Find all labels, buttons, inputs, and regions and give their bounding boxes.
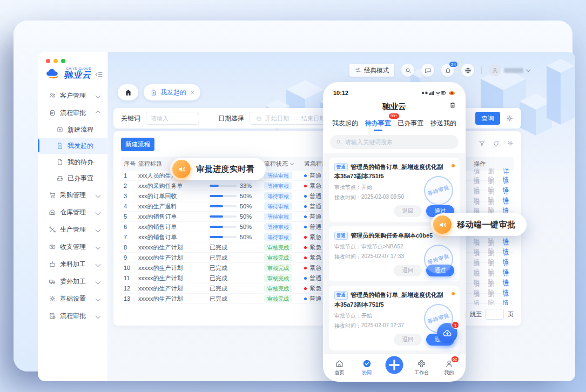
tab-my-initiated[interactable]: 我发起的 × xyxy=(144,84,200,100)
sidebar-item-label: 基础设置 xyxy=(60,294,86,303)
unread-dot xyxy=(452,292,455,295)
sidebar-item[interactable]: 仓库管理 xyxy=(38,204,107,221)
sort-caret-icon[interactable] xyxy=(290,161,294,165)
phone-tabbar: 我发起的 待办事宜 99+ 已办事宜 抄送我的 xyxy=(324,114,465,132)
phone-nav-item[interactable]: 工作台 xyxy=(410,359,434,376)
i-warehouse xyxy=(50,210,55,215)
phone-tab-label: 抄送我的 xyxy=(430,119,456,127)
urgency-dot xyxy=(304,174,307,177)
speaker-icon xyxy=(433,215,452,234)
sidebar-item[interactable]: 来料加工 xyxy=(38,255,107,273)
row-index: 1 xyxy=(121,172,138,179)
sidebar-item[interactable]: 流程审批 xyxy=(38,307,107,325)
sidebar-item[interactable]: 基础设置 xyxy=(38,290,107,307)
batch-approve-float-button[interactable]: 1 xyxy=(437,323,457,343)
delete-link[interactable]: 删除 xyxy=(488,290,499,307)
user-menu[interactable] xyxy=(489,64,530,76)
phone-tab[interactable]: 待办事宜 99+ xyxy=(365,118,391,129)
language-button[interactable] xyxy=(461,64,474,77)
filter-funnel-icon[interactable] xyxy=(479,140,486,147)
phone-nav-item[interactable]: 首页 xyxy=(327,359,351,376)
chevron-icon xyxy=(96,244,101,249)
notifications-button[interactable]: 24 xyxy=(441,64,454,77)
progress-bar xyxy=(210,236,237,238)
detail-link[interactable]: 详情 xyxy=(503,290,514,307)
new-process-button[interactable]: 新建流程 xyxy=(121,138,154,151)
column-header: 序号 xyxy=(121,160,138,168)
status-badge: 等待审核 xyxy=(264,233,292,241)
edit-link[interactable]: 编辑 xyxy=(474,290,484,307)
sidebar-item-label: 我发起的 xyxy=(68,141,93,151)
phone-tab-label: 我发起的 xyxy=(332,119,358,127)
process-title: xxxxx的生产计划 xyxy=(138,295,210,303)
chevron-icon xyxy=(96,110,101,116)
notification-badge: 24 xyxy=(449,61,458,67)
window-controls[interactable] xyxy=(46,59,65,63)
progress-label: 33% xyxy=(240,183,252,189)
status-badge: 审核完成 xyxy=(264,274,292,282)
jump-label: 跳至 xyxy=(470,310,482,319)
clear-trash-icon[interactable] xyxy=(449,102,456,109)
range-dash: — xyxy=(292,115,298,121)
phone-nav-item[interactable]: 62 我的 xyxy=(437,359,461,376)
start-date-placeholder: 开始日期 xyxy=(265,114,289,123)
minimize-window-dot[interactable] xyxy=(53,59,58,63)
urgency-label: 普通 xyxy=(309,274,321,282)
sidebar-item-label: 流程审批 xyxy=(60,312,86,321)
approval-card[interactable]: 等待审批 普通管理员的销售订单_新增速度优化副本35a73副本751f5 审批节… xyxy=(329,158,460,222)
phone-nav-item[interactable]: 协同 xyxy=(355,359,379,376)
refresh-icon[interactable] xyxy=(493,140,500,147)
close-tab-icon[interactable]: × xyxy=(191,89,194,96)
return-button[interactable]: 退回 xyxy=(394,334,422,346)
phone-tab[interactable]: 我发起的 xyxy=(332,118,358,129)
phone-search-bar[interactable] xyxy=(330,135,459,149)
sidebar-item[interactable]: 新建流程 xyxy=(38,121,107,138)
search-button[interactable] xyxy=(401,64,414,77)
phone-tab[interactable]: 抄送我的 xyxy=(430,118,456,129)
messages-button[interactable] xyxy=(421,64,434,77)
sidebar-item[interactable]: 已办事宜 xyxy=(38,170,107,186)
phone-tab-label: 待办事宜 xyxy=(365,119,391,127)
progress-bar xyxy=(210,195,237,197)
nav-count-badge: 62 xyxy=(452,356,459,362)
process-title: xxx的销售订单 xyxy=(138,213,210,221)
sidebar-item[interactable]: 采购管理 xyxy=(38,186,107,204)
filter-settings-gear-icon[interactable] xyxy=(506,114,514,123)
chevron-icon xyxy=(96,261,101,267)
progress-bar xyxy=(210,185,237,187)
sidebar-item[interactable]: 客户管理 xyxy=(38,87,107,104)
phone-search-input[interactable] xyxy=(345,139,453,145)
sidebar-item[interactable]: 流程审批 xyxy=(38,104,107,121)
phone-nav-item[interactable] xyxy=(382,361,406,375)
chevron-icon xyxy=(96,296,101,301)
column-settings-gear-icon[interactable] xyxy=(507,140,514,147)
process-title: xxxxx的生产计划 xyxy=(138,254,210,262)
progress-label: 已完成 xyxy=(210,254,227,262)
phone-tab[interactable]: 已办事宜 xyxy=(398,118,423,129)
query-button[interactable]: 查询 xyxy=(475,112,500,125)
collapse-sidebar-icon[interactable] xyxy=(95,70,103,79)
callout-mobile-approval: 移动端一键审批 xyxy=(431,213,527,236)
keyword-input[interactable] xyxy=(151,115,204,121)
jump-page-input[interactable] xyxy=(486,309,504,320)
status-badge: 等待审核 xyxy=(264,202,292,210)
status-badge: 审核完成 xyxy=(264,295,292,302)
urgency-label: 普通 xyxy=(309,223,321,231)
classic-mode-button[interactable]: 经典模式 xyxy=(349,64,394,77)
close-window-dot[interactable] xyxy=(46,59,50,63)
progress-label: 已完成 xyxy=(210,295,227,303)
keyword-input-box[interactable] xyxy=(146,112,199,125)
sidebar-item[interactable]: 收支管理 xyxy=(38,238,107,255)
sidebar-item[interactable]: 委外加工 xyxy=(38,273,107,290)
priority-tag: 普通 xyxy=(334,232,348,240)
date-range-input[interactable]: 开始日期 — 结束日期 xyxy=(250,112,332,125)
sidebar-item[interactable]: 我发起的 xyxy=(38,138,107,154)
home-button[interactable] xyxy=(118,84,138,100)
sidebar-item[interactable]: 生产管理 xyxy=(38,221,107,238)
table-toolbar xyxy=(479,140,514,147)
sidebar-item[interactable]: 我的待办 xyxy=(38,154,107,170)
maximize-window-dot[interactable] xyxy=(61,59,65,63)
return-button[interactable]: 退回 xyxy=(394,265,422,276)
return-button[interactable]: 退回 xyxy=(394,205,422,217)
speaker-icon xyxy=(172,160,191,178)
